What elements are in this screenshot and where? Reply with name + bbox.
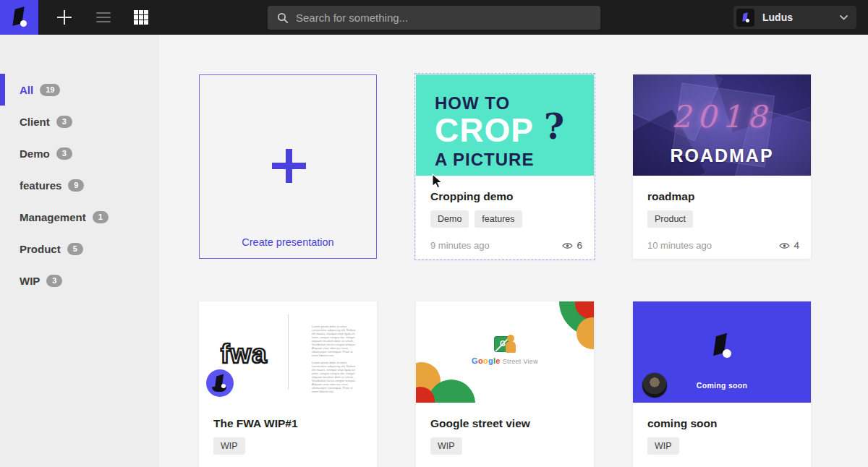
create-presentation-card[interactable]: Create presentation xyxy=(199,74,377,259)
sidebar-item-label: WIP xyxy=(20,275,40,287)
create-presentation-label: Create presentation xyxy=(200,236,376,248)
count-badge: 3 xyxy=(46,275,62,287)
thumbnail-coming-soon: Coming soon xyxy=(633,301,811,403)
author-avatar xyxy=(642,372,668,398)
view-count: 4 xyxy=(779,240,799,251)
google-street-view-logo: G GoogleStreet View xyxy=(416,335,594,365)
card-fwa-wip[interactable]: fwa Lorem ipsum dolor sit amet, consecte… xyxy=(199,301,377,467)
sidebar-item-wip[interactable]: WIP 3 xyxy=(0,265,159,296)
tag-features[interactable]: features xyxy=(475,210,522,228)
search-icon xyxy=(277,12,289,24)
card-timestamp: 9 minutes ago xyxy=(430,240,490,251)
count-badge: 9 xyxy=(68,179,84,192)
sidebar-item-client[interactable]: Client 3 xyxy=(0,106,159,137)
list-view-button[interactable] xyxy=(96,12,111,22)
thumbnail-cropping-demo: HOW TO CROP ? A PICTURE xyxy=(416,74,594,176)
sidebar-item-label: Product xyxy=(20,243,61,255)
thumb-text: CROP xyxy=(435,113,534,147)
card-title: The FWA WIP#1 xyxy=(213,417,362,430)
card-roadmap[interactable]: 2018 ROADMAP roadmap Product 10 minutes … xyxy=(633,74,811,259)
thumb-text: ROADMAP xyxy=(633,145,811,166)
card-title: coming soon xyxy=(647,417,796,430)
sidebar-item-management[interactable]: Management 1 xyxy=(0,201,159,233)
ludus-logo-dot xyxy=(723,349,731,358)
plus-icon xyxy=(272,149,306,183)
count-badge: 1 xyxy=(93,211,109,223)
list-icon xyxy=(96,12,111,22)
thumb-text: GoogleStreet View xyxy=(472,356,538,365)
sidebar-item-product[interactable]: Product 5 xyxy=(0,233,159,265)
search-input[interactable] xyxy=(296,12,600,24)
card-timestamp: 10 minutes ago xyxy=(647,240,712,251)
view-count: 6 xyxy=(562,240,582,251)
grid-icon xyxy=(134,10,148,25)
card-coming-soon[interactable]: Coming soon coming soon WIP 14 minutes a… xyxy=(633,301,811,467)
tag-wip[interactable]: WIP xyxy=(213,437,245,455)
count-badge: 3 xyxy=(56,147,72,160)
plus-icon xyxy=(57,10,72,25)
sidebar-item-label: features xyxy=(20,179,61,192)
grid-view-button[interactable] xyxy=(134,10,148,25)
chevron-down-icon xyxy=(840,15,848,20)
sidebar-item-label: Demo xyxy=(20,147,50,160)
new-presentation-button[interactable] xyxy=(57,10,72,25)
search-bar[interactable] xyxy=(268,6,600,30)
author-avatar xyxy=(206,369,234,397)
sidebar-item-label: Client xyxy=(20,116,50,128)
divider xyxy=(288,314,289,390)
thumb-text: A PICTURE xyxy=(435,150,594,170)
fwa-logo: fwa xyxy=(221,339,268,369)
thumbnail-google-street-view: G GoogleStreet View xyxy=(416,301,594,403)
thumb-text: 2018 xyxy=(633,99,811,134)
presentation-grid: Create presentation HOW TO CROP ? A PICT… xyxy=(159,35,868,467)
sidebar-item-features[interactable]: features 9 xyxy=(0,169,159,201)
thumbnail-fwa: fwa Lorem ipsum dolor sit amet, consecte… xyxy=(199,301,377,403)
workspace-dropdown[interactable]: Ludus xyxy=(733,6,856,29)
workspace-avatar xyxy=(736,9,754,27)
card-title: roadmap xyxy=(647,190,796,203)
tag-demo[interactable]: Demo xyxy=(430,210,469,228)
navbar: Ludus xyxy=(0,0,868,35)
ludus-logo[interactable] xyxy=(0,0,38,35)
eye-icon xyxy=(779,242,790,249)
sidebar-item-label: All xyxy=(20,84,33,96)
thumbnail-roadmap: 2018 ROADMAP xyxy=(633,74,811,176)
sidebar: All 19 Client 3 Demo 3 features 9 Manage… xyxy=(0,35,159,467)
card-title: Google street view xyxy=(430,417,579,430)
card-google-street-view[interactable]: G GoogleStreet View Google street view W… xyxy=(416,301,594,467)
sidebar-item-all[interactable]: All 19 xyxy=(0,74,159,106)
card-cropping-demo[interactable]: HOW TO CROP ? A PICTURE Cropping demo De… xyxy=(416,74,594,259)
ludus-logo-dot xyxy=(20,20,27,27)
tag-product[interactable]: Product xyxy=(647,210,693,228)
workspace-name: Ludus xyxy=(762,12,793,23)
sidebar-item-demo[interactable]: Demo 3 xyxy=(0,137,159,169)
tag-wip[interactable]: WIP xyxy=(647,437,679,455)
count-badge: 19 xyxy=(40,84,60,96)
eye-icon xyxy=(562,242,573,249)
sidebar-item-label: Management xyxy=(20,211,86,223)
thumb-text: HOW TO xyxy=(435,93,594,113)
tag-wip[interactable]: WIP xyxy=(430,437,462,455)
thumb-text: Lorem ipsum dolor sit amet, consectetur … xyxy=(312,325,357,393)
count-badge: 3 xyxy=(56,116,72,128)
card-title: Cropping demo xyxy=(430,190,579,203)
count-badge: 5 xyxy=(67,243,83,255)
thumb-text: ? xyxy=(544,109,564,144)
